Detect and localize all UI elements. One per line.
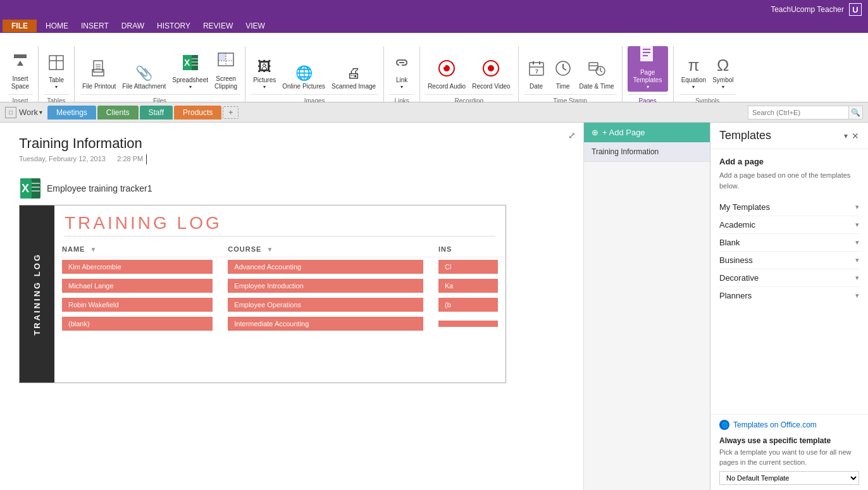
tab-clients[interactable]: Clients (97, 106, 139, 119)
screen-clipping-button[interactable]: Screen Clipping (212, 46, 240, 92)
title-bar: TeachUcomp Teacher U (0, 0, 868, 19)
page-item-training[interactable]: Training Information (584, 142, 710, 162)
menu-home[interactable]: HOME (39, 20, 75, 32)
content-area: □ Work ▾ Meetings Clients Staff Products… (0, 102, 868, 490)
symbol-icon: Ω (717, 56, 729, 75)
page-templates-icon (638, 44, 658, 68)
date-time-button[interactable]: Date & Time (577, 46, 617, 92)
symbol-button[interactable]: Ω Symbol ▾ (710, 46, 736, 92)
blank-arrow: ▾ (855, 238, 859, 247)
planners-arrow: ▾ (855, 291, 859, 300)
table-row: (blank) Intermediate Accounting (54, 314, 505, 333)
my-templates-arrow: ▾ (855, 203, 859, 211)
tab-staff[interactable]: Staff (140, 106, 173, 119)
menu-view[interactable]: VIEW (239, 20, 271, 32)
record-audio-button[interactable]: Record Audio (425, 46, 468, 92)
training-log-sidebar-text: TRAINING LOG (32, 253, 42, 336)
page-templates-button[interactable]: Page Templates ▾ (628, 46, 668, 92)
svg-text:X: X (184, 58, 190, 68)
col-ins-header: INS (431, 242, 505, 257)
menu-insert[interactable]: INSERT (75, 20, 115, 32)
templates-panel: Templates ▾ ✕ Add a page Add a page base… (710, 123, 868, 490)
insert-space-button[interactable]: Insert Space (8, 46, 33, 92)
course-cell-3: Intermediate Accounting (228, 317, 423, 331)
add-section-button[interactable]: + (223, 106, 239, 119)
link-icon (393, 54, 411, 76)
table-button[interactable]: Table ▾ (44, 46, 69, 92)
notebook-name[interactable]: □ Work ▾ (5, 107, 42, 118)
notebook-container: □ Work ▾ Meetings Clients Staff Products… (0, 102, 868, 490)
templates-pin-button[interactable]: ▾ (844, 132, 848, 140)
template-category-my[interactable]: My Templates ▾ (719, 199, 859, 216)
course-filter-icon[interactable]: ▼ (266, 246, 273, 253)
templates-header: Templates ▾ ✕ (710, 123, 868, 149)
cursor (146, 154, 147, 164)
search-button[interactable]: 🔍 (849, 106, 863, 119)
expand-button[interactable]: ⤢ (568, 130, 576, 140)
equation-icon: π (688, 56, 699, 75)
ins-cell-3 (438, 321, 498, 327)
file-printout-button[interactable]: File Printout (80, 46, 118, 92)
template-category-planners[interactable]: Planners ▾ (719, 287, 859, 304)
notebook-icon: □ (5, 107, 16, 118)
file-attachment-button[interactable]: 📎 File Attachment (120, 46, 168, 92)
record-video-button[interactable]: Record Video (469, 46, 512, 92)
date-icon: 7 (528, 59, 545, 82)
table-icon (47, 54, 65, 76)
spreadsheet-icon: X (182, 54, 199, 76)
scanned-image-icon: 🖨 (347, 65, 361, 82)
template-category-business[interactable]: Business ▾ (719, 252, 859, 269)
svg-text:X: X (22, 182, 29, 195)
spreadsheet-preview[interactable]: TRAINING LOG TRAINING LOG (19, 205, 506, 383)
svg-rect-19 (218, 53, 226, 61)
menu-file[interactable]: FILE (3, 20, 37, 32)
record-video-icon (482, 59, 500, 82)
ribbon-group-tables: Table ▾ Tables (39, 46, 75, 102)
course-cell-2: Employee Operations (228, 298, 423, 312)
attachment-header: X Employee training tracker1 (19, 177, 564, 200)
templates-close-button[interactable]: ✕ (852, 131, 859, 141)
course-cell-1: Employee Introduction (228, 279, 423, 293)
page-date: Tuesday, February 12, 2013 2:28 PM (19, 154, 564, 164)
user-avatar[interactable]: U (849, 3, 862, 16)
spreadsheet-button[interactable]: X Spreadsheet ▾ (170, 46, 211, 92)
template-category-decorative[interactable]: Decorative ▾ (719, 269, 859, 287)
templates-title: Templates (719, 129, 771, 142)
training-log-sidebar: TRAINING LOG (20, 205, 54, 383)
svg-point-26 (493, 64, 495, 66)
main-area: ⤢ Training Information Tuesday, February… (0, 123, 868, 490)
notebook-dropdown-icon[interactable]: ▾ (39, 109, 42, 116)
scanned-image-button[interactable]: 🖨 Scanned Image (329, 46, 378, 92)
template-category-blank[interactable]: Blank ▾ (719, 234, 859, 252)
menu-review[interactable]: REVIEW (197, 20, 239, 32)
templates-description: Add a page based on one of the templates… (719, 170, 859, 191)
always-use-title: Always use a specific template (719, 436, 859, 445)
add-page-button[interactable]: ⊕ + Add Page (584, 123, 710, 142)
screen-clipping-icon (217, 52, 235, 74)
excel-icon[interactable]: X (19, 177, 42, 200)
office-link[interactable]: 🌐 Templates on Office.com (719, 420, 859, 430)
tab-products[interactable]: Products (174, 106, 221, 119)
online-pictures-button[interactable]: 🌐 Online Pictures (280, 46, 328, 92)
record-audio-icon (438, 59, 456, 82)
template-category-academic[interactable]: Academic ▾ (719, 216, 859, 234)
link-button[interactable]: Link ▾ (389, 46, 414, 92)
search-input[interactable] (748, 106, 849, 119)
menu-draw[interactable]: DRAW (115, 20, 151, 32)
ribbon-group-images: 🖼 Pictures ▾ 🌐 Online Pictures 🖨 Scanned… (245, 46, 384, 102)
name-filter-icon[interactable]: ▼ (90, 246, 97, 253)
business-arrow: ▾ (855, 256, 859, 264)
office-icon: 🌐 (719, 420, 729, 430)
ribbon-groups: Insert Space Insert Table ▾ Tables (0, 33, 868, 102)
time-button[interactable]: Time (550, 46, 576, 92)
equation-button[interactable]: π Equation ▾ (679, 46, 709, 92)
templates-section-title: Add a page (719, 157, 859, 166)
pictures-button[interactable]: 🖼 Pictures ▾ (251, 46, 278, 92)
menu-history[interactable]: HISTORY (151, 20, 197, 32)
attachment-container: X Employee training tracker1 TRAINING LO… (19, 177, 564, 383)
col-course-header: COURSE ▼ (220, 242, 431, 257)
tab-bar: □ Work ▾ Meetings Clients Staff Products… (0, 102, 868, 123)
date-button[interactable]: 7 Date (524, 46, 549, 92)
tab-meetings[interactable]: Meetings (47, 106, 96, 119)
default-template-select[interactable]: No Default Template (719, 471, 859, 485)
